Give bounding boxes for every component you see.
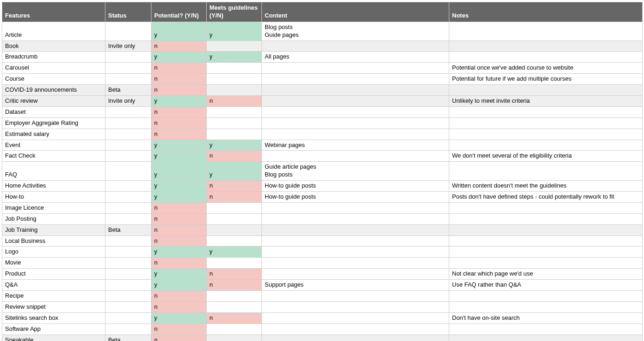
cell-content[interactable] xyxy=(262,224,449,235)
cell-potential[interactable]: n xyxy=(151,213,207,224)
cell-feature[interactable]: COVID-19 announcements xyxy=(2,85,105,96)
cell-feature[interactable]: Carousel xyxy=(2,63,105,74)
cell-potential[interactable]: y xyxy=(151,269,207,280)
cell-notes[interactable]: Not clear which page we'd use xyxy=(449,269,643,280)
cell-status[interactable]: Invite only xyxy=(105,96,151,107)
cell-status[interactable]: Beta xyxy=(105,85,151,96)
cell-status[interactable]: Beta xyxy=(105,335,151,341)
cell-guidelines[interactable]: n xyxy=(207,312,262,323)
header-features[interactable]: Features xyxy=(2,2,105,22)
cell-feature[interactable]: FAQ xyxy=(2,162,105,181)
cell-feature[interactable]: Movie xyxy=(2,258,105,269)
cell-guidelines[interactable]: y xyxy=(207,22,262,41)
cell-content[interactable] xyxy=(262,96,449,107)
cell-feature[interactable]: Product xyxy=(2,269,105,280)
cell-guidelines[interactable]: n xyxy=(207,181,262,192)
cell-potential[interactable]: y xyxy=(151,280,207,291)
cell-potential[interactable]: n xyxy=(151,118,207,129)
header-content[interactable]: Content xyxy=(262,2,449,22)
cell-status[interactable] xyxy=(105,213,151,224)
cell-notes[interactable] xyxy=(449,52,643,63)
cell-status[interactable] xyxy=(105,258,151,269)
cell-potential[interactable]: n xyxy=(151,85,207,96)
cell-status[interactable] xyxy=(105,129,151,140)
cell-feature[interactable]: Course xyxy=(2,74,105,85)
cell-content[interactable] xyxy=(262,202,449,213)
cell-potential[interactable]: y xyxy=(151,192,207,203)
cell-feature[interactable]: Employer Aggregate Rating xyxy=(2,118,105,129)
cell-notes[interactable] xyxy=(449,335,643,341)
cell-feature[interactable]: Fact Check xyxy=(2,151,105,162)
cell-content[interactable]: Blog posts Guide pages xyxy=(262,22,449,41)
cell-guidelines[interactable]: n xyxy=(207,192,262,203)
cell-content[interactable] xyxy=(262,63,449,74)
cell-content[interactable] xyxy=(262,213,449,224)
cell-notes[interactable] xyxy=(449,213,643,224)
cell-notes[interactable] xyxy=(449,235,643,247)
cell-content[interactable] xyxy=(262,129,449,140)
cell-status[interactable] xyxy=(105,291,151,302)
cell-feature[interactable]: Recipe xyxy=(2,291,105,302)
cell-guidelines[interactable] xyxy=(207,106,262,118)
cell-notes[interactable] xyxy=(449,301,643,312)
cell-content[interactable] xyxy=(262,247,449,258)
cell-content[interactable] xyxy=(262,269,449,280)
cell-notes[interactable] xyxy=(449,258,643,269)
cell-feature[interactable]: Job Posting xyxy=(2,213,105,224)
cell-guidelines[interactable] xyxy=(207,213,262,224)
cell-status[interactable] xyxy=(105,269,151,280)
cell-notes[interactable] xyxy=(449,106,643,118)
cell-content[interactable]: Guide article pages Blog posts xyxy=(262,162,449,181)
cell-guidelines[interactable] xyxy=(207,301,262,312)
cell-status[interactable] xyxy=(105,63,151,74)
cell-notes[interactable] xyxy=(449,129,643,140)
cell-content[interactable]: Webinar pages xyxy=(262,140,449,151)
cell-notes[interactable] xyxy=(449,162,643,181)
cell-content[interactable] xyxy=(262,235,449,247)
cell-status[interactable] xyxy=(105,312,151,323)
cell-notes[interactable] xyxy=(449,118,643,129)
cell-guidelines[interactable] xyxy=(207,335,262,341)
header-guidelines[interactable]: Meets guidelines (Y/N) xyxy=(207,2,262,22)
cell-status[interactable] xyxy=(105,22,151,41)
cell-status[interactable] xyxy=(105,181,151,192)
cell-notes[interactable]: We don't meet several of the eligibility… xyxy=(449,151,643,162)
cell-potential[interactable]: y xyxy=(151,247,207,258)
cell-notes[interactable] xyxy=(449,247,643,258)
cell-guidelines[interactable] xyxy=(207,74,262,85)
cell-feature[interactable]: Estimated salary xyxy=(2,129,105,140)
cell-potential[interactable]: n xyxy=(151,235,207,247)
cell-status[interactable] xyxy=(105,118,151,129)
cell-status[interactable]: Beta xyxy=(105,224,151,235)
cell-notes[interactable]: Posts don't have defined steps - could p… xyxy=(449,192,643,203)
cell-potential[interactable]: n xyxy=(151,41,207,52)
cell-guidelines[interactable]: y xyxy=(207,52,262,63)
cell-potential[interactable]: y xyxy=(151,151,207,162)
cell-notes[interactable] xyxy=(449,22,643,41)
cell-notes[interactable]: Potential once we've added course to web… xyxy=(449,63,643,74)
cell-feature[interactable]: Job Training xyxy=(2,224,105,235)
cell-status[interactable] xyxy=(105,235,151,247)
cell-feature[interactable]: Image Licence xyxy=(2,202,105,213)
cell-status[interactable] xyxy=(105,247,151,258)
cell-guidelines[interactable] xyxy=(207,118,262,129)
cell-content[interactable] xyxy=(262,74,449,85)
cell-guidelines[interactable] xyxy=(207,224,262,235)
cell-status[interactable] xyxy=(105,202,151,213)
cell-feature[interactable]: Book xyxy=(2,41,105,52)
cell-content[interactable] xyxy=(262,118,449,129)
cell-potential[interactable]: y xyxy=(151,162,207,181)
cell-notes[interactable]: Unlikely to meet invite criteria xyxy=(449,96,643,107)
cell-feature[interactable]: Speakable xyxy=(2,335,105,341)
cell-feature[interactable]: Review snippet xyxy=(2,301,105,312)
cell-feature[interactable]: Critic review xyxy=(2,96,105,107)
cell-feature[interactable]: Q&A xyxy=(2,280,105,291)
cell-potential[interactable]: n xyxy=(151,291,207,302)
cell-content[interactable] xyxy=(262,323,449,335)
cell-notes[interactable]: Use FAQ rather than Q&A xyxy=(449,280,643,291)
cell-content[interactable] xyxy=(262,85,449,96)
cell-guidelines[interactable]: y xyxy=(207,140,262,151)
cell-status[interactable] xyxy=(105,52,151,63)
cell-status[interactable] xyxy=(105,192,151,203)
cell-guidelines[interactable] xyxy=(207,323,262,335)
